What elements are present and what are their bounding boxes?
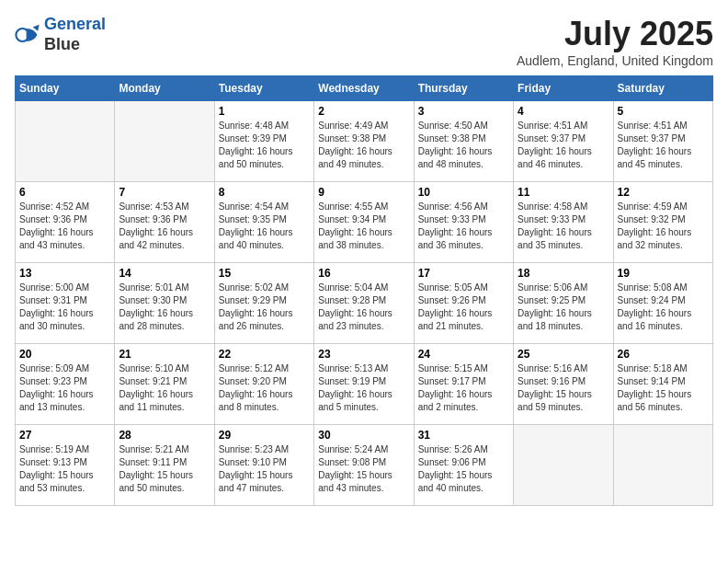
logo-line2: Blue — [44, 35, 80, 53]
header-row: SundayMondayTuesdayWednesdayThursdayFrid… — [16, 76, 713, 101]
calendar-cell: 6Sunrise: 4:52 AM Sunset: 9:36 PM Daylig… — [16, 182, 115, 263]
calendar-cell: 4Sunrise: 4:51 AM Sunset: 9:37 PM Daylig… — [514, 101, 613, 182]
calendar-cell: 21Sunrise: 5:10 AM Sunset: 9:21 PM Dayli… — [115, 344, 214, 425]
day-detail: Sunrise: 5:04 AM Sunset: 9:28 PM Dayligh… — [318, 282, 409, 333]
calendar-cell — [514, 425, 613, 506]
calendar-cell: 20Sunrise: 5:09 AM Sunset: 9:23 PM Dayli… — [16, 344, 115, 425]
day-detail: Sunrise: 4:58 AM Sunset: 9:33 PM Dayligh… — [518, 201, 609, 252]
day-number: 3 — [418, 105, 509, 118]
day-number: 14 — [119, 267, 210, 280]
calendar-cell: 18Sunrise: 5:06 AM Sunset: 9:25 PM Dayli… — [514, 263, 613, 344]
day-number: 9 — [318, 186, 409, 199]
day-number: 24 — [418, 348, 509, 361]
day-detail: Sunrise: 5:10 AM Sunset: 9:21 PM Dayligh… — [119, 362, 210, 414]
day-number: 17 — [418, 267, 509, 280]
calendar-cell: 29Sunrise: 5:23 AM Sunset: 9:10 PM Dayli… — [214, 425, 313, 506]
calendar-cell: 11Sunrise: 4:58 AM Sunset: 9:33 PM Dayli… — [514, 182, 613, 263]
day-number: 6 — [19, 186, 110, 199]
day-number: 11 — [518, 186, 609, 199]
day-detail: Sunrise: 4:54 AM Sunset: 9:35 PM Dayligh… — [219, 201, 310, 252]
day-detail: Sunrise: 5:08 AM Sunset: 9:24 PM Dayligh… — [618, 282, 709, 333]
calendar-week: 6Sunrise: 4:52 AM Sunset: 9:36 PM Daylig… — [16, 182, 713, 263]
day-detail: Sunrise: 5:15 AM Sunset: 9:17 PM Dayligh… — [418, 362, 509, 414]
day-detail: Sunrise: 5:18 AM Sunset: 9:14 PM Dayligh… — [618, 362, 709, 414]
calendar-cell: 3Sunrise: 4:50 AM Sunset: 9:38 PM Daylig… — [414, 101, 513, 182]
logo-line1: General — [44, 15, 106, 33]
month-title: July 2025 — [517, 15, 713, 53]
weekday-header: Sunday — [16, 76, 115, 101]
location: Audlem, England, United Kingdom — [517, 53, 713, 68]
day-detail: Sunrise: 5:02 AM Sunset: 9:29 PM Dayligh… — [219, 282, 310, 333]
calendar-cell: 5Sunrise: 4:51 AM Sunset: 9:37 PM Daylig… — [613, 101, 712, 182]
weekday-header: Wednesday — [314, 76, 414, 101]
page-header: General Blue July 2025 Audlem, England, … — [15, 15, 713, 68]
calendar-cell: 23Sunrise: 5:13 AM Sunset: 9:19 PM Dayli… — [314, 344, 414, 425]
day-detail: Sunrise: 4:52 AM Sunset: 9:36 PM Dayligh… — [19, 201, 110, 252]
weekday-header: Tuesday — [214, 76, 313, 101]
calendar-week: 27Sunrise: 5:19 AM Sunset: 9:13 PM Dayli… — [16, 425, 713, 506]
day-detail: Sunrise: 5:16 AM Sunset: 9:16 PM Dayligh… — [518, 362, 609, 414]
calendar-cell: 22Sunrise: 5:12 AM Sunset: 9:20 PM Dayli… — [214, 344, 313, 425]
calendar-cell: 26Sunrise: 5:18 AM Sunset: 9:14 PM Dayli… — [613, 344, 712, 425]
day-number: 20 — [19, 348, 110, 361]
weekday-header: Thursday — [414, 76, 513, 101]
calendar-cell — [115, 101, 214, 182]
title-block: July 2025 Audlem, England, United Kingdo… — [517, 15, 713, 68]
calendar-table: SundayMondayTuesdayWednesdayThursdayFrid… — [15, 75, 713, 506]
calendar-cell: 15Sunrise: 5:02 AM Sunset: 9:29 PM Dayli… — [214, 263, 313, 344]
logo: General Blue — [15, 15, 106, 54]
day-detail: Sunrise: 5:05 AM Sunset: 9:26 PM Dayligh… — [418, 282, 509, 333]
day-number: 1 — [219, 105, 310, 118]
logo-icon — [15, 22, 40, 48]
calendar-cell: 19Sunrise: 5:08 AM Sunset: 9:24 PM Dayli… — [613, 263, 712, 344]
day-detail: Sunrise: 4:50 AM Sunset: 9:38 PM Dayligh… — [418, 120, 509, 171]
day-number: 30 — [318, 429, 409, 442]
calendar-cell: 25Sunrise: 5:16 AM Sunset: 9:16 PM Dayli… — [514, 344, 613, 425]
day-detail: Sunrise: 5:26 AM Sunset: 9:06 PM Dayligh… — [418, 443, 509, 495]
day-number: 8 — [219, 186, 310, 199]
calendar-cell: 8Sunrise: 4:54 AM Sunset: 9:35 PM Daylig… — [214, 182, 313, 263]
calendar-cell: 14Sunrise: 5:01 AM Sunset: 9:30 PM Dayli… — [115, 263, 214, 344]
calendar-cell: 31Sunrise: 5:26 AM Sunset: 9:06 PM Dayli… — [414, 425, 513, 506]
day-detail: Sunrise: 4:48 AM Sunset: 9:39 PM Dayligh… — [219, 120, 310, 171]
day-detail: Sunrise: 5:24 AM Sunset: 9:08 PM Dayligh… — [318, 443, 409, 495]
day-detail: Sunrise: 5:00 AM Sunset: 9:31 PM Dayligh… — [19, 282, 110, 333]
calendar-cell: 12Sunrise: 4:59 AM Sunset: 9:32 PM Dayli… — [613, 182, 712, 263]
weekday-header: Monday — [115, 76, 214, 101]
day-number: 26 — [618, 348, 709, 361]
calendar-cell: 10Sunrise: 4:56 AM Sunset: 9:33 PM Dayli… — [414, 182, 513, 263]
day-detail: Sunrise: 5:06 AM Sunset: 9:25 PM Dayligh… — [518, 282, 609, 333]
day-detail: Sunrise: 5:13 AM Sunset: 9:19 PM Dayligh… — [318, 362, 409, 414]
calendar-week: 20Sunrise: 5:09 AM Sunset: 9:23 PM Dayli… — [16, 344, 713, 425]
day-number: 13 — [19, 267, 110, 280]
calendar-cell: 28Sunrise: 5:21 AM Sunset: 9:11 PM Dayli… — [115, 425, 214, 506]
day-number: 18 — [518, 267, 609, 280]
calendar-cell — [613, 425, 712, 506]
day-number: 29 — [219, 429, 310, 442]
day-detail: Sunrise: 5:19 AM Sunset: 9:13 PM Dayligh… — [19, 443, 110, 495]
day-detail: Sunrise: 5:21 AM Sunset: 9:11 PM Dayligh… — [119, 443, 210, 495]
calendar-cell: 24Sunrise: 5:15 AM Sunset: 9:17 PM Dayli… — [414, 344, 513, 425]
calendar-cell: 9Sunrise: 4:55 AM Sunset: 9:34 PM Daylig… — [314, 182, 414, 263]
day-number: 15 — [219, 267, 310, 280]
day-number: 16 — [318, 267, 409, 280]
day-detail: Sunrise: 4:59 AM Sunset: 9:32 PM Dayligh… — [618, 201, 709, 252]
day-number: 4 — [518, 105, 609, 118]
day-number: 10 — [418, 186, 509, 199]
calendar-cell: 1Sunrise: 4:48 AM Sunset: 9:39 PM Daylig… — [214, 101, 313, 182]
calendar-cell: 27Sunrise: 5:19 AM Sunset: 9:13 PM Dayli… — [16, 425, 115, 506]
logo-text: General Blue — [44, 15, 106, 54]
calendar-cell: 30Sunrise: 5:24 AM Sunset: 9:08 PM Dayli… — [314, 425, 414, 506]
calendar-cell: 17Sunrise: 5:05 AM Sunset: 9:26 PM Dayli… — [414, 263, 513, 344]
calendar-cell: 13Sunrise: 5:00 AM Sunset: 9:31 PM Dayli… — [16, 263, 115, 344]
day-number: 21 — [119, 348, 210, 361]
weekday-header: Saturday — [613, 76, 712, 101]
day-number: 22 — [219, 348, 310, 361]
day-number: 5 — [618, 105, 709, 118]
day-number: 23 — [318, 348, 409, 361]
calendar-cell: 2Sunrise: 4:49 AM Sunset: 9:38 PM Daylig… — [314, 101, 414, 182]
day-detail: Sunrise: 4:49 AM Sunset: 9:38 PM Dayligh… — [318, 120, 409, 171]
calendar-cell — [16, 101, 115, 182]
calendar-week: 1Sunrise: 4:48 AM Sunset: 9:39 PM Daylig… — [16, 101, 713, 182]
day-number: 28 — [119, 429, 210, 442]
